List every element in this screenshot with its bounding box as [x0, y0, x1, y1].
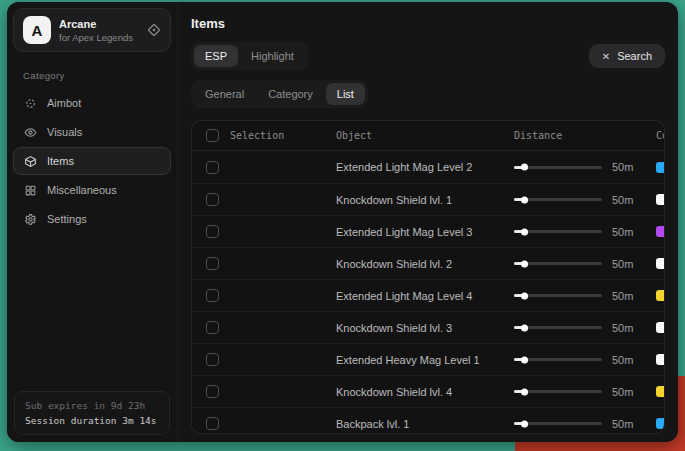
tab-highlight[interactable]: Highlight	[240, 45, 305, 67]
slider-thumb[interactable]	[521, 164, 528, 171]
miscellaneous-icon	[24, 184, 37, 197]
sidebar-item-settings[interactable]: Settings	[13, 205, 171, 233]
color-swatch[interactable]	[656, 258, 665, 269]
table-row: Extended Light Mag Level 2 50m	[192, 151, 664, 183]
distance-slider[interactable]	[514, 262, 602, 265]
row-checkbox[interactable]	[206, 353, 219, 366]
distance-value: 50m	[612, 322, 646, 334]
mode-toolbar: ESP Highlight ✕ Search	[191, 42, 665, 70]
column-header-distance: Distance	[514, 130, 602, 141]
table-row: Knockdown Shield lvl. 1 50m	[192, 183, 664, 215]
slider-thumb[interactable]	[521, 292, 528, 299]
target-icon[interactable]	[147, 23, 161, 37]
distance-value: 50m	[612, 161, 646, 173]
main-content: Items ESP Highlight ✕ Search General Cat…	[178, 2, 678, 442]
slider-thumb[interactable]	[521, 196, 528, 203]
color-swatch[interactable]	[656, 386, 665, 397]
row-checkbox[interactable]	[206, 385, 219, 398]
table-row: Extended Light Mag Level 3 50m	[192, 215, 664, 247]
sidebar: A Arcane for Apex Legends Category Aimbo…	[7, 2, 178, 442]
table-row: Extended Heavy Mag Level 1 50m	[192, 343, 664, 375]
sidebar-item-items[interactable]: Items	[13, 147, 171, 175]
column-header-color: Color	[656, 130, 665, 141]
color-swatch[interactable]	[656, 322, 665, 333]
distance-value: 50m	[612, 258, 646, 270]
distance-slider[interactable]	[514, 326, 602, 329]
session-duration-text: Session duration 3m 14s	[25, 415, 159, 426]
table-row: Knockdown Shield lvl. 4 50m	[192, 375, 664, 407]
color-swatch[interactable]	[656, 418, 665, 429]
distance-value: 50m	[612, 354, 646, 366]
object-name: Extended Light Mag Level 3	[336, 226, 504, 238]
distance-slider[interactable]	[514, 358, 602, 361]
object-name: Backpack lvl. 1	[336, 418, 504, 430]
row-checkbox[interactable]	[206, 225, 219, 238]
distance-value: 50m	[612, 194, 646, 206]
table-row: Knockdown Shield lvl. 2 50m	[192, 247, 664, 279]
object-name: Knockdown Shield lvl. 4	[336, 386, 504, 398]
search-button[interactable]: ✕ Search	[589, 44, 665, 68]
color-swatch[interactable]	[656, 354, 665, 365]
settings-icon	[24, 213, 37, 226]
sub-expiry-text: Sub expires in 9d 23h	[25, 400, 159, 411]
distance-value: 50m	[612, 290, 646, 302]
object-name: Extended Heavy Mag Level 1	[336, 354, 504, 366]
select-all-checkbox[interactable]	[206, 129, 219, 142]
distance-slider[interactable]	[514, 230, 602, 233]
tab-general[interactable]: General	[194, 83, 255, 105]
tab-esp[interactable]: ESP	[194, 45, 238, 67]
tab-category[interactable]: Category	[257, 83, 324, 105]
row-checkbox[interactable]	[206, 257, 219, 270]
row-checkbox[interactable]	[206, 193, 219, 206]
distance-value: 50m	[612, 418, 646, 430]
distance-slider[interactable]	[514, 422, 602, 425]
distance-slider[interactable]	[514, 294, 602, 297]
slider-thumb[interactable]	[521, 228, 528, 235]
table-header-row: Selection Object Distance Color	[192, 121, 664, 151]
object-name: Knockdown Shield lvl. 2	[336, 258, 504, 270]
app-subtitle: for Apex Legends	[59, 32, 133, 43]
row-checkbox[interactable]	[206, 161, 219, 174]
table-row: Knockdown Shield lvl. 3 50m	[192, 311, 664, 343]
mode-tabs: ESP Highlight	[191, 42, 308, 70]
object-name: Extended Light Mag Level 4	[336, 290, 504, 302]
sidebar-item-label: Aimbot	[47, 97, 81, 109]
table-row: Backpack lvl. 1 50m	[192, 407, 664, 434]
distance-value: 50m	[612, 226, 646, 238]
sidebar-item-label: Visuals	[47, 126, 82, 138]
object-name: Knockdown Shield lvl. 1	[336, 194, 504, 206]
items-icon	[24, 155, 37, 168]
row-checkbox[interactable]	[206, 289, 219, 302]
app-logo: A	[23, 16, 51, 44]
slider-thumb[interactable]	[521, 324, 528, 331]
object-name: Knockdown Shield lvl. 3	[336, 322, 504, 334]
items-table: Selection Object Distance Color Extended…	[191, 120, 665, 434]
object-name: Extended Light Mag Level 2	[336, 161, 504, 173]
color-swatch[interactable]	[656, 226, 665, 237]
table-row: Extended Light Mag Level 4 50m	[192, 279, 664, 311]
color-swatch[interactable]	[656, 194, 665, 205]
distance-slider[interactable]	[514, 198, 602, 201]
slider-thumb[interactable]	[521, 420, 528, 427]
row-checkbox[interactable]	[206, 417, 219, 430]
row-checkbox[interactable]	[206, 321, 219, 334]
color-swatch[interactable]	[656, 290, 665, 301]
app-window: A Arcane for Apex Legends Category Aimbo…	[7, 2, 678, 442]
slider-thumb[interactable]	[521, 388, 528, 395]
distance-slider[interactable]	[514, 166, 602, 169]
sidebar-item-aimbot[interactable]: Aimbot	[13, 89, 171, 117]
view-toolbar: General Category List	[191, 80, 665, 108]
tab-list[interactable]: List	[326, 83, 365, 105]
sidebar-item-miscellaneous[interactable]: Miscellaneous	[13, 176, 171, 204]
column-header-selection: Selection	[230, 130, 326, 141]
app-header-card: A Arcane for Apex Legends	[13, 8, 171, 52]
page-title: Items	[191, 16, 665, 31]
distance-slider[interactable]	[514, 390, 602, 393]
sidebar-item-label: Miscellaneous	[47, 184, 117, 196]
slider-thumb[interactable]	[521, 356, 528, 363]
aimbot-icon	[24, 97, 37, 110]
color-swatch[interactable]	[656, 162, 665, 173]
slider-thumb[interactable]	[521, 260, 528, 267]
sidebar-item-visuals[interactable]: Visuals	[13, 118, 171, 146]
sidebar-item-label: Items	[47, 155, 74, 167]
